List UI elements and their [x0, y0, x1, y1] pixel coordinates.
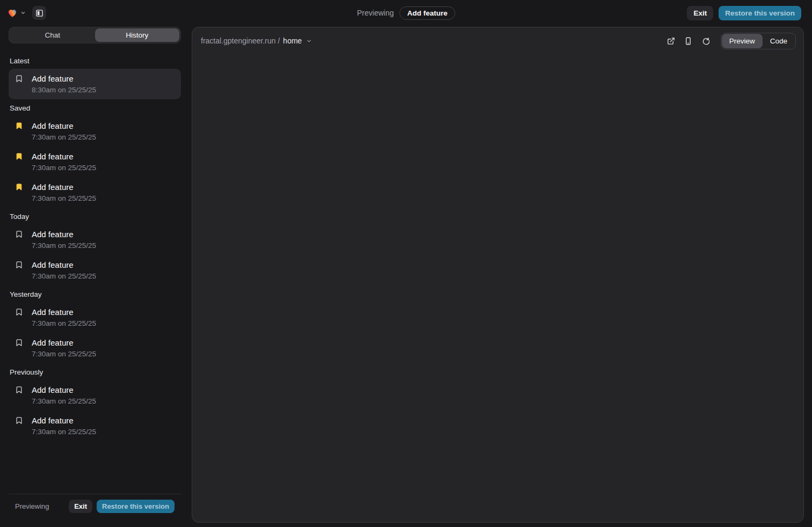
- lovable-logo-icon[interactable]: [6, 7, 18, 19]
- section-items: Add feature 7:30am on 25/25/25 Add featu…: [9, 224, 181, 286]
- bookmark-outline-icon: [15, 308, 23, 316]
- history-item-title: Add feature: [32, 338, 74, 347]
- exit-button[interactable]: Exit: [687, 6, 713, 20]
- sidebar-footer: Previewing Exit Restore this version: [9, 494, 181, 518]
- history-item-timestamp: 7:30am on 25/25/25: [32, 241, 175, 250]
- bookmark-filled-icon: [15, 152, 23, 160]
- refresh-button[interactable]: [698, 33, 713, 48]
- preview-panel-header: fractal.gptengineer.run / home: [192, 27, 803, 51]
- history-item-title: Add feature: [32, 182, 74, 192]
- history-item[interactable]: Add feature 8:30am on 25/25/25: [9, 69, 181, 99]
- bookmark-filled-icon: [15, 122, 23, 130]
- tab-chat[interactable]: Chat: [10, 28, 95, 42]
- smartphone-icon: [684, 37, 692, 45]
- section-items: Add feature 7:30am on 25/25/25 Add featu…: [9, 380, 181, 441]
- url-chevron-down-icon: [306, 38, 312, 44]
- sidebar-tabs: ChatHistory: [9, 27, 181, 43]
- bookmark-outline-icon: [15, 386, 23, 394]
- preview-url-page: home: [283, 36, 302, 45]
- section-items: Add feature 8:30am on 25/25/25: [9, 69, 181, 99]
- history-item-title: Add feature: [32, 385, 74, 394]
- footer-exit-button[interactable]: Exit: [69, 500, 92, 513]
- history-item-timestamp: 8:30am on 25/25/25: [32, 86, 175, 94]
- previewing-label: Previewing: [357, 9, 394, 17]
- tab-history[interactable]: History: [95, 28, 180, 42]
- history-item[interactable]: Add feature 7:30am on 25/25/25: [9, 255, 181, 286]
- toggle-preview[interactable]: Preview: [722, 34, 763, 48]
- open-external-button[interactable]: [664, 33, 679, 48]
- history-section: Previously Add feature 7:30am on 25/25/2…: [9, 368, 181, 441]
- history-item-timestamp: 7:30am on 25/25/25: [32, 164, 175, 172]
- history-item-timestamp: 7:30am on 25/25/25: [32, 397, 175, 405]
- brand: [6, 7, 26, 19]
- topbar-actions: Exit Restore this version: [687, 6, 801, 20]
- history-section: Saved Add feature 7:30am on 25/25/25 Add…: [9, 104, 181, 208]
- toggle-code[interactable]: Code: [763, 34, 795, 48]
- history-item-title: Add feature: [32, 74, 74, 83]
- section-title: Latest: [10, 57, 180, 65]
- history-item-timestamp: 7:30am on 25/25/25: [32, 350, 175, 358]
- section-items: Add feature 7:30am on 25/25/25 Add featu…: [9, 302, 181, 363]
- history-section: Latest Add feature 8:30am on 25/25/25: [9, 57, 181, 99]
- preview-viewport[interactable]: [192, 51, 803, 522]
- section-title: Saved: [10, 104, 180, 112]
- refresh-icon: [701, 37, 709, 45]
- version-badge[interactable]: Add feature: [400, 6, 455, 20]
- history-item[interactable]: Add feature 7:30am on 25/25/25: [9, 302, 181, 333]
- panel-left-icon: [35, 9, 44, 17]
- history-item-title: Add feature: [32, 152, 74, 161]
- topbar: Previewing Add feature Exit Restore this…: [0, 0, 812, 26]
- history-item-title: Add feature: [32, 416, 74, 425]
- bookmark-filled-icon: [15, 183, 23, 191]
- history-item[interactable]: Add feature 7:30am on 25/25/25: [9, 116, 181, 147]
- history-item-timestamp: 7:30am on 25/25/25: [32, 272, 175, 280]
- section-title: Previously: [10, 368, 180, 376]
- footer-previewing-label: Previewing: [15, 502, 49, 510]
- history-section: Yesterday Add feature 7:30am on 25/25/25…: [9, 290, 181, 363]
- section-title: Today: [10, 213, 180, 221]
- preview-panel: fractal.gptengineer.run / home: [192, 27, 804, 523]
- footer-restore-version-button[interactable]: Restore this version: [97, 500, 175, 513]
- section-items: Add feature 7:30am on 25/25/25 Add featu…: [9, 116, 181, 208]
- history-item-timestamp: 7:30am on 25/25/25: [32, 133, 175, 141]
- section-title: Yesterday: [10, 290, 180, 298]
- preview-url-prefix: fractal.gptengineer.run /: [201, 36, 280, 45]
- restore-version-button[interactable]: Restore this version: [719, 6, 801, 20]
- bookmark-outline-icon: [15, 339, 23, 347]
- history-sidebar: ChatHistory Latest Add feature 8:30am on…: [9, 27, 181, 518]
- brand-chevron-down-icon[interactable]: [20, 10, 26, 16]
- history-item-title: Add feature: [32, 230, 74, 239]
- bookmark-outline-icon: [15, 230, 23, 238]
- history-item[interactable]: Add feature 7:30am on 25/25/25: [9, 411, 181, 441]
- history-item-timestamp: 7:30am on 25/25/25: [32, 194, 175, 202]
- preview-actions: PreviewCode: [664, 33, 796, 49]
- history-item[interactable]: Add feature 7:30am on 25/25/25: [9, 147, 181, 177]
- external-link-icon: [667, 37, 675, 45]
- bookmark-outline-icon: [15, 261, 23, 269]
- history-section: Today Add feature 7:30am on 25/25/25 Add…: [9, 213, 181, 286]
- history-item[interactable]: Add feature 7:30am on 25/25/25: [9, 224, 181, 255]
- history-item[interactable]: Add feature 7:30am on 25/25/25: [9, 380, 181, 411]
- history-item-timestamp: 7:30am on 25/25/25: [32, 319, 175, 327]
- bookmark-outline-icon: [15, 75, 23, 83]
- history-list: Latest Add feature 8:30am on 25/25/25 Sa…: [9, 43, 181, 494]
- preview-url-selector[interactable]: fractal.gptengineer.run / home: [201, 36, 312, 45]
- mobile-view-button[interactable]: [681, 33, 696, 48]
- view-toggle: PreviewCode: [721, 33, 796, 49]
- history-item-timestamp: 7:30am on 25/25/25: [32, 428, 175, 436]
- history-item-title: Add feature: [32, 308, 74, 317]
- history-item-title: Add feature: [32, 121, 74, 130]
- history-item[interactable]: Add feature 7:30am on 25/25/25: [9, 333, 181, 363]
- bookmark-outline-icon: [15, 416, 23, 424]
- sidebar-toggle-button[interactable]: [32, 6, 46, 20]
- history-item[interactable]: Add feature 7:30am on 25/25/25: [9, 177, 181, 208]
- topbar-center: Previewing Add feature: [357, 6, 455, 20]
- history-item-title: Add feature: [32, 260, 74, 269]
